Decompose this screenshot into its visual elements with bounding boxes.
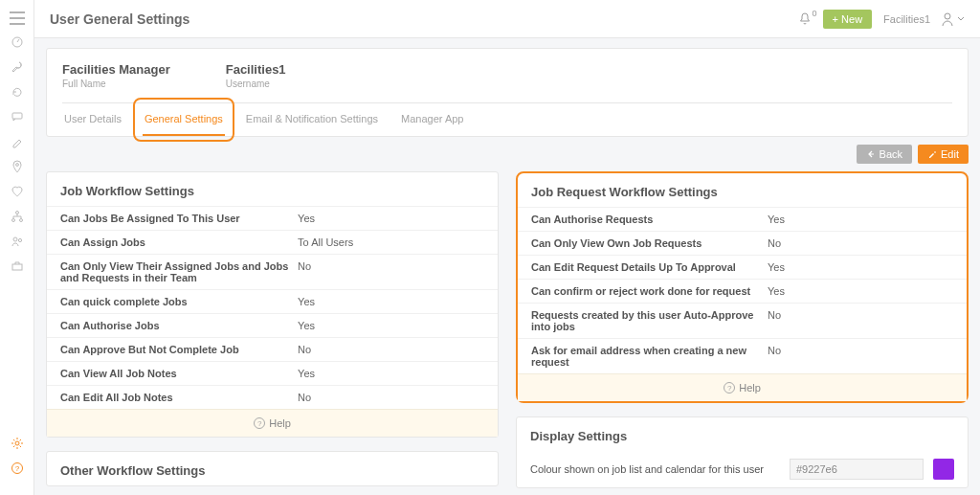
fullname-value: Facilities Manager bbox=[62, 62, 170, 77]
other-workflow-title: Other Workflow Settings bbox=[47, 452, 498, 485]
display-color-label: Colour shown on job list and calendar fo… bbox=[530, 463, 780, 475]
tab-manager-app[interactable]: Manager App bbox=[399, 103, 465, 136]
side-nav: ? bbox=[0, 0, 34, 495]
request-workflow-title: Job Request Workflow Settings bbox=[518, 173, 967, 207]
display-settings-title: Display Settings bbox=[517, 417, 968, 451]
table-row: Can View All Job NotesYes bbox=[47, 361, 498, 385]
briefcase-icon[interactable] bbox=[10, 259, 25, 274]
username-label: Username bbox=[226, 79, 286, 89]
top-bar: User General Settings 0 + New Facilities… bbox=[34, 0, 980, 38]
help-label: Help bbox=[739, 382, 761, 394]
tab-user-details[interactable]: User Details bbox=[62, 103, 123, 136]
page-title: User General Settings bbox=[50, 11, 189, 27]
notifications-count: 0 bbox=[813, 9, 817, 18]
color-swatch[interactable] bbox=[933, 459, 954, 480]
username-value: Facilities1 bbox=[226, 62, 286, 77]
table-row: Can Assign JobsTo All Users bbox=[47, 230, 498, 254]
heart-icon[interactable] bbox=[10, 184, 25, 199]
help-link[interactable]: ? Help bbox=[518, 373, 967, 401]
table-row: Can Authorise JobsYes bbox=[47, 313, 498, 337]
tab-email-notification[interactable]: Email & Notification Settings bbox=[244, 103, 380, 136]
job-workflow-title: Job Workflow Settings bbox=[47, 172, 498, 206]
job-workflow-card: Job Workflow Settings Can Jobs Be Assign… bbox=[46, 171, 499, 438]
edit-button[interactable]: Edit bbox=[918, 145, 969, 164]
write-icon[interactable] bbox=[10, 134, 25, 149]
svg-point-9 bbox=[15, 441, 19, 445]
chevron-down-icon bbox=[957, 15, 965, 23]
help-icon[interactable]: ? bbox=[10, 461, 25, 476]
table-row: Requests created by this user Auto-Appro… bbox=[518, 303, 967, 338]
svg-point-4 bbox=[11, 219, 14, 222]
edit-button-label: Edit bbox=[941, 148, 959, 160]
help-link[interactable]: ? Help bbox=[47, 409, 498, 437]
other-workflow-card: Other Workflow Settings bbox=[46, 451, 499, 486]
table-row: Can Approve But Not Complete JobNo bbox=[47, 337, 498, 361]
back-button[interactable]: Back bbox=[857, 145, 912, 164]
color-input[interactable] bbox=[790, 459, 924, 480]
facility-link[interactable]: Facilities1 bbox=[883, 13, 930, 25]
display-settings-card: Display Settings Colour shown on job lis… bbox=[516, 416, 969, 488]
svg-point-12 bbox=[945, 13, 950, 19]
svg-point-6 bbox=[13, 237, 17, 241]
table-row: Can Jobs Be Assigned To This UserYes bbox=[47, 206, 498, 230]
dashboard-icon[interactable] bbox=[10, 34, 25, 50]
settings-icon[interactable] bbox=[10, 436, 25, 451]
users-icon[interactable] bbox=[10, 234, 25, 249]
table-row: Ask for email address when creating a ne… bbox=[518, 338, 967, 373]
tab-general-settings[interactable]: General Settings bbox=[143, 103, 225, 136]
svg-point-7 bbox=[18, 238, 21, 241]
table-row: Can quick complete JobsYes bbox=[47, 289, 498, 313]
hamburger-icon[interactable] bbox=[10, 11, 25, 25]
back-arrow-icon bbox=[866, 149, 876, 159]
wrench-icon[interactable] bbox=[10, 59, 25, 75]
help-label: Help bbox=[269, 417, 291, 429]
svg-rect-1 bbox=[12, 113, 22, 119]
new-button[interactable]: + New bbox=[823, 10, 873, 29]
tab-general-settings-label: General Settings bbox=[145, 113, 223, 124]
table-row: Can Edit All Job NotesNo bbox=[47, 385, 498, 409]
notifications-button[interactable]: 0 bbox=[798, 12, 812, 26]
table-row: Can confirm or reject work done for requ… bbox=[518, 279, 967, 303]
svg-point-5 bbox=[19, 219, 22, 222]
user-header-panel: Facilities Manager Full Name Facilities1… bbox=[46, 48, 969, 137]
pencil-icon bbox=[927, 149, 937, 159]
question-icon: ? bbox=[254, 417, 265, 429]
question-icon: ? bbox=[724, 382, 735, 394]
svg-text:?: ? bbox=[14, 464, 19, 473]
avatar-icon bbox=[940, 11, 955, 27]
table-row: Can Only View Their Assigned Jobs and Jo… bbox=[47, 254, 498, 289]
table-row: Can Only View Own Job RequestsNo bbox=[518, 231, 967, 255]
svg-point-2 bbox=[15, 164, 18, 167]
table-row: Can Edit Request Details Up To ApprovalY… bbox=[518, 255, 967, 279]
tabs: User Details General Settings Email & No… bbox=[62, 102, 952, 136]
sitemap-icon[interactable] bbox=[10, 209, 25, 224]
svg-rect-8 bbox=[12, 264, 22, 270]
location-icon[interactable] bbox=[10, 159, 25, 174]
svg-point-3 bbox=[15, 212, 18, 214]
fullname-label: Full Name bbox=[62, 79, 170, 89]
back-button-label: Back bbox=[880, 148, 902, 160]
user-menu[interactable] bbox=[940, 11, 965, 27]
table-row: Can Authorise RequestsYes bbox=[518, 207, 967, 231]
request-workflow-card: Job Request Workflow Settings Can Author… bbox=[516, 171, 969, 403]
refresh-icon[interactable] bbox=[10, 84, 25, 100]
chat-icon[interactable] bbox=[10, 109, 25, 124]
